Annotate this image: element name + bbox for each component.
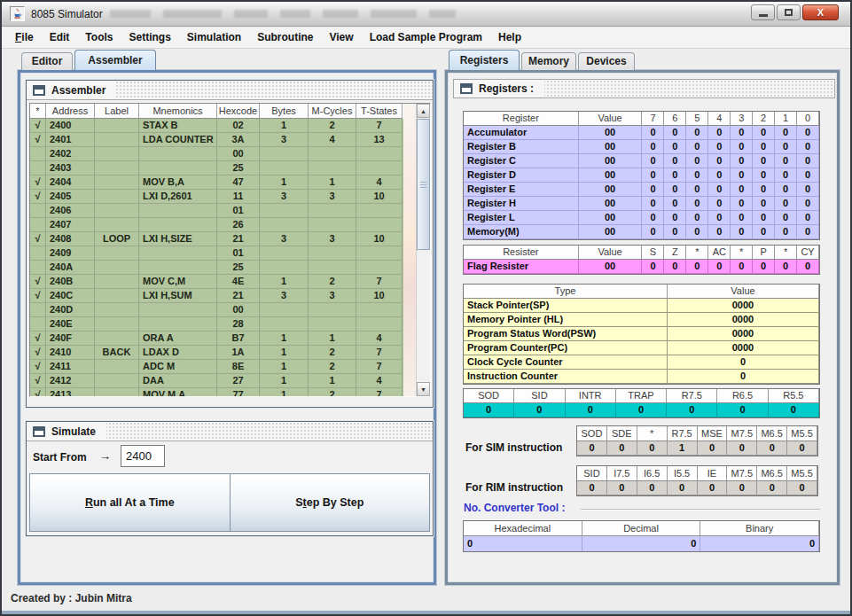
cell-hexcode[interactable]: 25 (217, 161, 260, 175)
hexadecimal-value[interactable]: 0 (464, 536, 582, 551)
assembler-row[interactable]: 2406 01 (30, 204, 403, 218)
cell-bytes[interactable] (260, 161, 309, 175)
cell-mnemonics[interactable]: ORA A (139, 331, 217, 346)
run-all-button[interactable]: Run all At a Time (29, 473, 231, 532)
cell-mnemonics[interactable]: MOV B,A (139, 175, 217, 190)
scrollbar-thumb[interactable] (417, 119, 430, 250)
tab-registers[interactable]: Registers (449, 50, 520, 70)
cell-label[interactable] (95, 161, 139, 175)
cell-address[interactable]: 240A (46, 261, 95, 275)
cell-mnemonics[interactable]: LDAX D (139, 346, 217, 360)
cell-tstates[interactable]: 7 (356, 275, 403, 289)
assembler-row[interactable]: √ 2405 LXI D,2601 11 3 3 10 (30, 190, 403, 204)
cell-hexcode[interactable]: 00 (217, 147, 260, 161)
cell-mnemonics[interactable] (139, 218, 217, 232)
pointer-row[interactable]: Memory Pointer (HL) 0000 (464, 313, 819, 327)
cell-tstates[interactable]: 4 (356, 175, 403, 190)
register-value[interactable]: 00 (579, 183, 643, 197)
cell-address[interactable]: 2412 (46, 374, 95, 388)
cell-label[interactable] (95, 246, 139, 261)
cell-tstates[interactable]: 7 (356, 360, 403, 374)
start-from-input[interactable] (121, 445, 165, 467)
cell-bytes[interactable]: 1 (260, 175, 309, 190)
pointer-value[interactable]: 0000 (668, 299, 819, 313)
cell-address[interactable]: 2408 (46, 232, 95, 246)
register-row[interactable]: Register B 00 0 0 0 0 0 0 0 0 (464, 140, 819, 154)
pointer-row[interactable]: Program Counter(PC) 0000 (464, 341, 819, 355)
cell-hexcode[interactable]: 4E (217, 275, 260, 289)
cell-address[interactable]: 2411 (46, 360, 95, 374)
register-value[interactable]: 00 (579, 126, 643, 140)
cell-tstates[interactable] (356, 261, 403, 275)
cell-mnemonics[interactable]: MOV C,M (139, 275, 217, 289)
cell-tstates[interactable] (356, 303, 403, 317)
menu-item[interactable]: File (7, 27, 42, 48)
pointer-row[interactable]: Clock Cycle Counter 0 (464, 355, 819, 370)
cell-mnemonics[interactable] (139, 317, 217, 331)
step-by-step-button[interactable]: Step By Step (231, 473, 431, 532)
cell-address[interactable]: 2400 (46, 119, 95, 133)
cell-tstates[interactable]: 10 (356, 232, 403, 246)
menu-item[interactable]: Simulation (179, 27, 249, 48)
minimize-button[interactable] (751, 4, 775, 20)
cell-mnemonics[interactable]: DAA (139, 374, 217, 388)
cell-address[interactable]: 2403 (46, 161, 95, 175)
cell-bytes[interactable] (260, 204, 309, 218)
assembler-row[interactable]: √ 240C LXI H,SUM 21 3 3 10 (30, 289, 403, 303)
cell-address[interactable]: 240B (46, 275, 95, 289)
cell-hexcode[interactable]: 02 (217, 119, 260, 133)
cell-label[interactable] (95, 175, 139, 190)
cell-label[interactable] (95, 119, 139, 133)
cell-address[interactable]: 2404 (46, 175, 95, 190)
cell-hexcode[interactable]: 1A (217, 346, 260, 360)
cell-mnemonics[interactable]: LXI D,2601 (139, 190, 217, 204)
cell-label[interactable] (95, 289, 139, 303)
register-value[interactable]: 00 (579, 225, 643, 239)
cell-bytes[interactable]: 3 (260, 133, 309, 147)
sim-values-row[interactable]: 0 0 0 1 0 0 0 0 (577, 441, 817, 456)
cell-bytes[interactable]: 1 (260, 331, 309, 346)
cell-bytes[interactable] (260, 303, 309, 317)
cell-label[interactable] (95, 190, 139, 204)
cell-mnemonics[interactable] (139, 261, 217, 275)
column-header[interactable]: M-Cycles (309, 104, 356, 119)
cell-mcycles[interactable] (309, 246, 356, 261)
cell-mnemonics[interactable] (139, 204, 217, 218)
cell-mcycles[interactable] (309, 161, 356, 175)
tab-devices[interactable]: Devices (578, 52, 635, 70)
cell-bytes[interactable] (260, 246, 309, 261)
cell-hexcode[interactable]: 27 (217, 374, 260, 388)
register-row[interactable]: Register L 00 0 0 0 0 0 0 0 0 (464, 211, 819, 225)
assembler-row[interactable]: 2409 01 (30, 246, 403, 261)
cell-address[interactable]: 240F (46, 331, 95, 346)
register-value[interactable]: 00 (579, 154, 643, 168)
rim-values-row[interactable]: 0 0 0 0 0 0 0 0 (577, 481, 817, 495)
cell-bytes[interactable] (260, 317, 309, 331)
tab-assembler[interactable]: Assembler (74, 50, 156, 70)
binary-value[interactable]: 0 (700, 536, 819, 551)
cell-mcycles[interactable]: 2 (309, 388, 356, 396)
menu-item[interactable]: Tools (77, 27, 121, 48)
cell-hexcode[interactable]: 01 (217, 204, 260, 218)
menu-item[interactable]: Help (490, 27, 529, 48)
cell-hexcode[interactable]: 25 (217, 261, 260, 275)
cell-hexcode[interactable]: 00 (217, 303, 260, 317)
cell-bytes[interactable]: 3 (260, 190, 309, 204)
pointer-row[interactable]: Instruction Counter 0 (464, 370, 819, 384)
cell-mcycles[interactable] (309, 204, 356, 218)
flag-value[interactable]: 00 (579, 260, 643, 274)
cell-label[interactable] (95, 374, 139, 388)
cell-label[interactable] (95, 261, 139, 275)
cell-address[interactable]: 240D (46, 303, 95, 317)
assembler-row[interactable]: 2407 26 (30, 218, 403, 232)
cell-tstates[interactable] (356, 218, 403, 232)
pointer-value[interactable]: 0 (668, 370, 819, 384)
cell-bytes[interactable]: 1 (260, 360, 309, 374)
cell-tstates[interactable]: 10 (356, 289, 403, 303)
cell-hexcode[interactable]: B7 (217, 331, 260, 346)
cell-address[interactable]: 240E (46, 317, 95, 331)
register-value[interactable]: 00 (579, 140, 643, 154)
decimal-value[interactable]: 0 (582, 536, 701, 551)
cell-tstates[interactable] (356, 246, 403, 261)
cell-label[interactable] (95, 204, 139, 218)
